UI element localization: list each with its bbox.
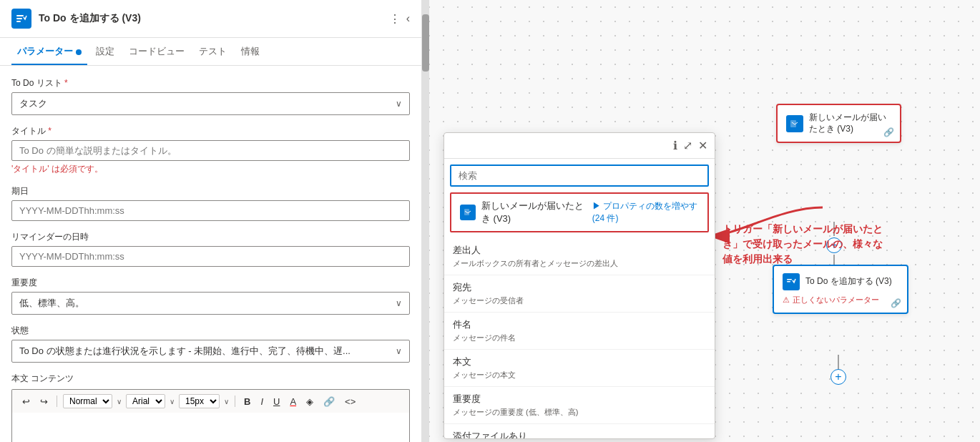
font-color-button[interactable]: A [287,395,299,408]
redo-button[interactable]: ↪ [37,395,51,408]
action-node-header: To Do を追加する (V3) [783,273,898,290]
popup-trigger-item[interactable]: 新しいメールが届いたとき (V3) ▶ プロパティの数を増やす (24 件) [450,192,709,232]
title-label: タイトル * [11,125,410,137]
font-size-select[interactable]: 15px [179,394,220,408]
link-icon: 🔗 [883,127,894,137]
popup-list-item[interactable]: 本文 メッセージの本文 [444,350,715,387]
svg-rect-4 [787,279,792,280]
status-field: 状態 To Do の状態または進行状況を示します - 未開始、進行中、完了、待機… [11,325,410,363]
undo-button[interactable]: ↩ [19,395,33,408]
popup-list-item[interactable]: 件名 メッセージの件名 [444,313,715,350]
dynamic-content-popup: ℹ ⤢ ✕ 新しいメールが届いたとき (V3) ▶ プロパティの数を増やす (2… [444,132,715,439]
todo-icon [783,273,800,290]
importance-select[interactable]: 低、標準、高。 ∨ [11,292,410,315]
panel-header-icons: ⋮ ‹ [389,12,410,26]
importance-field: 重要度 低、標準、高。 ∨ [11,277,410,315]
popup-list-item[interactable]: 添付ファイルあり メッセージに添付ファイルがあるかどうかを示します [444,424,715,438]
editor-toolbar: ↩ ↪ Normal ∨ Arial ∨ 15px ∨ B I U [11,389,410,413]
bold-button[interactable]: B [241,395,253,408]
chevron-down-icon: ∨ [396,99,402,109]
tab-params[interactable]: パラメーター [11,38,87,65]
due-date-field: 期日 [11,185,410,221]
title-error: 'タイトル' は必須です。 [11,163,410,175]
reminder-label: リマインダーの日時 [11,231,410,243]
underline-button[interactable]: U [270,395,283,408]
status-label: 状態 [11,325,410,337]
link-icon-2: 🔗 [891,298,901,308]
svg-rect-1 [16,18,22,19]
collapse-icon[interactable]: ‹ [406,12,410,26]
body-content-label: 本文 コンテンツ [11,373,410,385]
panel-body: To Do リスト * タスク ∨ タイトル * 'タイトル' は必須です。 期… [0,66,421,442]
tab-settings[interactable]: 設定 [90,38,120,65]
popup-list: 差出人 メールボックスの所有者とメッセージの差出人宛先 メッセージの受信者件名 … [444,238,715,438]
left-panel: To Do を追加する (V3) ⋮ ‹ パラメーター 設定 コードビュー テス… [0,0,422,442]
action-node[interactable]: To Do を追加する (V3) ⚠ 正しくないパラメーター 🔗 [773,265,908,314]
trigger-node-header: 新しいメールが届いたとき (V3) [786,112,891,134]
popup-list-item[interactable]: 差出人 メールボックスの所有者とメッセージの差出人 [444,238,715,275]
warning-icon: ⚠ [783,295,790,305]
tab-info[interactable]: 情報 [235,38,265,65]
svg-rect-0 [16,15,24,16]
due-date-label: 期日 [11,185,410,197]
reminder-input[interactable] [11,246,410,267]
add-step-area: + [830,355,846,385]
connector-line-3 [838,355,839,369]
tabs: パラメーター 設定 コードビュー テスト 情報 [0,38,421,66]
add-step-button-2[interactable]: + [830,369,846,385]
italic-button[interactable]: I [258,395,266,408]
link-button[interactable]: 🔗 [320,395,338,408]
todo-list-label: To Do リスト * [11,77,410,89]
toolbar-separator-2 [235,396,235,407]
font-family-select[interactable]: Arial [126,394,165,408]
scrollbar-thumb [422,14,429,72]
info-icon[interactable]: ℹ [673,139,677,152]
todo-list-field: To Do リスト * タスク ∨ [11,77,410,115]
svg-rect-5 [787,281,790,283]
importance-label: 重要度 [11,277,410,289]
due-date-input[interactable] [11,200,410,221]
svg-rect-2 [16,21,21,22]
chevron-down-icon: ∨ [170,398,175,406]
tab-test[interactable]: テスト [193,38,232,65]
outlook-small-icon [460,205,476,220]
panel-title: To Do を追加する (V3) [39,12,382,25]
body-content-field: 本文 コンテンツ ↩ ↪ Normal ∨ Arial ∨ 15px ∨ B [11,373,410,442]
chevron-down-icon: ∨ [396,298,402,308]
expand-icon[interactable]: ⤢ [683,139,692,152]
font-style-select[interactable]: Normal [63,394,112,408]
reminder-field: リマインダーの日時 [11,231,410,267]
popup-trigger-label: 新しいメールが届いたとき (V3) [481,200,587,225]
popup-list-item[interactable]: 重要度 メッセージの重要度 (低、標準、高) [444,387,715,424]
popup-search-area [444,159,715,192]
trigger-node-title: 新しいメールが届いたとき (V3) [809,112,891,134]
action-warning: ⚠ 正しくないパラメーター [783,295,898,305]
annotation-text: トリガー「新しいメールが届いたとき」で受け取ったメールの、様々な値を利用出来る [722,222,887,267]
canvas-scrollbar[interactable] [422,0,429,442]
popup-expand-label[interactable]: ▶ プロパティの数を増やす (24 件) [592,200,699,225]
popup-search-input[interactable] [450,164,709,187]
chevron-down-icon: ∨ [117,398,122,406]
status-select[interactable]: To Do の状態または進行状況を示します - 未開始、進行中、完了、待機中、遅… [11,340,410,363]
trigger-node[interactable]: 新しいメールが届いたとき (V3) 🔗 [776,104,901,143]
tab-dot [76,49,82,55]
popup-list-item[interactable]: 宛先 メッセージの受信者 [444,275,715,313]
chevron-down-icon: ∨ [396,346,402,356]
action-node-title: To Do を追加する (V3) [805,276,892,288]
panel-header: To Do を追加する (V3) ⋮ ‹ [0,0,421,38]
highlight-button[interactable]: ◈ [303,395,316,408]
title-input[interactable] [11,140,410,161]
close-icon[interactable]: ✕ [698,139,707,152]
chevron-down-icon: ∨ [224,398,229,406]
panel-icon [11,9,31,29]
popup-header: ℹ ⤢ ✕ [444,133,715,159]
todo-list-select[interactable]: タスク ∨ [11,92,410,115]
toolbar-separator [57,396,57,407]
canvas: 新しいメールが届いたとき (V3) 🔗 + To Do を追加する (V3) ⚠… [422,0,980,442]
body-editor[interactable] [11,413,410,442]
tab-code[interactable]: コードビュー [123,38,190,65]
code-button[interactable]: <> [342,395,358,408]
more-icon[interactable]: ⋮ [389,12,401,26]
title-field: タイトル * 'タイトル' は必須です。 [11,125,410,175]
outlook-icon [786,115,803,132]
